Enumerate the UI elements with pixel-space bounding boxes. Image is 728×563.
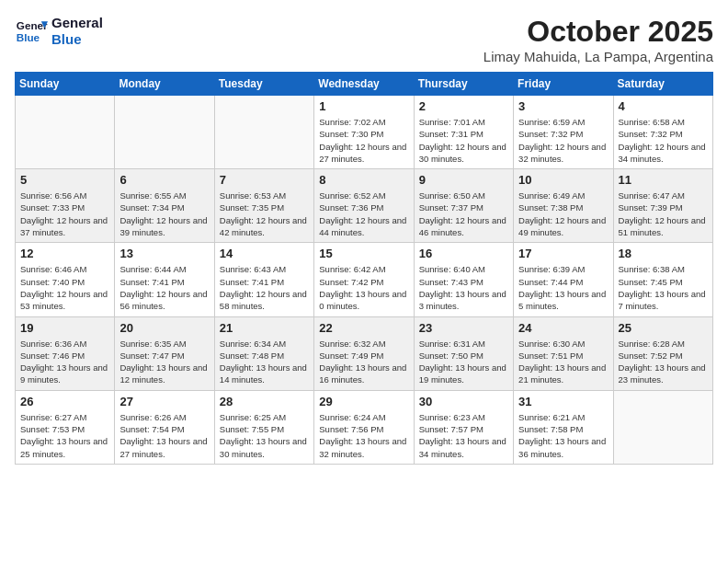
- day-info: Sunrise: 6:43 AMSunset: 7:41 PMDaylight:…: [220, 263, 309, 312]
- day-info: Sunrise: 6:56 AMSunset: 7:33 PMDaylight:…: [20, 190, 109, 238]
- day-info: Sunrise: 6:24 AMSunset: 7:56 PMDaylight:…: [319, 411, 408, 460]
- day-info: Sunrise: 6:32 AMSunset: 7:49 PMDaylight:…: [319, 338, 408, 386]
- day-number: 29: [319, 395, 408, 408]
- day-info: Sunrise: 6:39 AMSunset: 7:44 PMDaylight:…: [518, 263, 608, 312]
- weekday-header-friday: Friday: [514, 73, 613, 96]
- calendar-cell: 31Sunrise: 6:21 AMSunset: 7:58 PMDayligh…: [514, 390, 613, 464]
- day-info: Sunrise: 6:55 AMSunset: 7:34 PMDaylight:…: [119, 190, 209, 238]
- day-number: 12: [20, 247, 109, 260]
- calendar-cell: [115, 96, 214, 169]
- calendar-cell: 7Sunrise: 6:53 AMSunset: 7:35 PMDaylight…: [214, 169, 313, 243]
- calendar-cell: 15Sunrise: 6:42 AMSunset: 7:42 PMDayligh…: [314, 243, 414, 316]
- calendar-cell: 22Sunrise: 6:32 AMSunset: 7:49 PMDayligh…: [314, 316, 414, 390]
- day-number: 16: [419, 247, 508, 260]
- weekday-header-tuesday: Tuesday: [214, 73, 313, 96]
- weekday-header-thursday: Thursday: [414, 73, 513, 96]
- calendar-cell: 5Sunrise: 6:56 AMSunset: 7:33 PMDaylight…: [16, 169, 115, 243]
- day-info: Sunrise: 6:35 AMSunset: 7:47 PMDaylight:…: [119, 338, 209, 386]
- calendar-cell: 18Sunrise: 6:38 AMSunset: 7:45 PMDayligh…: [613, 243, 712, 316]
- calendar-cell: 28Sunrise: 6:25 AMSunset: 7:55 PMDayligh…: [214, 390, 313, 464]
- page-header: General Blue General Blue October 2025 L…: [15, 15, 713, 64]
- day-number: 8: [319, 173, 408, 187]
- day-info: Sunrise: 6:46 AMSunset: 7:40 PMDaylight:…: [20, 263, 109, 312]
- day-number: 22: [319, 321, 408, 335]
- calendar-cell: 2Sunrise: 7:01 AMSunset: 7:31 PMDaylight…: [414, 96, 513, 169]
- calendar-cell: 19Sunrise: 6:36 AMSunset: 7:46 PMDayligh…: [16, 316, 115, 390]
- day-number: 1: [319, 99, 408, 113]
- day-number: 15: [319, 247, 408, 260]
- calendar-cell: 23Sunrise: 6:31 AMSunset: 7:50 PMDayligh…: [414, 316, 513, 390]
- calendar-cell: 6Sunrise: 6:55 AMSunset: 7:34 PMDaylight…: [115, 169, 214, 243]
- calendar-week-2: 5Sunrise: 6:56 AMSunset: 7:33 PMDaylight…: [16, 169, 713, 243]
- calendar-cell: [613, 390, 712, 464]
- day-number: 10: [518, 173, 608, 187]
- day-number: 14: [220, 247, 309, 260]
- day-number: 11: [619, 173, 708, 187]
- calendar-cell: 16Sunrise: 6:40 AMSunset: 7:43 PMDayligh…: [414, 243, 513, 316]
- day-number: 5: [20, 173, 109, 187]
- logo: General Blue General Blue: [15, 15, 103, 48]
- calendar-cell: 11Sunrise: 6:47 AMSunset: 7:39 PMDayligh…: [613, 169, 712, 243]
- day-number: 31: [518, 395, 608, 408]
- day-number: 9: [419, 173, 508, 187]
- svg-text:Blue: Blue: [17, 31, 40, 43]
- day-number: 26: [20, 395, 109, 408]
- day-number: 17: [518, 247, 608, 260]
- calendar-cell: 12Sunrise: 6:46 AMSunset: 7:40 PMDayligh…: [16, 243, 115, 316]
- day-number: 7: [220, 173, 309, 187]
- logo-text: General: [51, 15, 103, 31]
- day-info: Sunrise: 6:47 AMSunset: 7:39 PMDaylight:…: [619, 190, 708, 238]
- day-info: Sunrise: 6:40 AMSunset: 7:43 PMDaylight:…: [419, 263, 508, 312]
- day-info: Sunrise: 6:25 AMSunset: 7:55 PMDaylight:…: [220, 411, 309, 460]
- day-info: Sunrise: 6:44 AMSunset: 7:41 PMDaylight:…: [119, 263, 209, 312]
- day-info: Sunrise: 6:27 AMSunset: 7:53 PMDaylight:…: [20, 411, 109, 460]
- calendar-table: SundayMondayTuesdayWednesdayThursdayFrid…: [15, 72, 713, 465]
- calendar-cell: 25Sunrise: 6:28 AMSunset: 7:52 PMDayligh…: [613, 316, 712, 390]
- day-info: Sunrise: 6:58 AMSunset: 7:32 PMDaylight:…: [619, 116, 708, 165]
- weekday-header-monday: Monday: [115, 73, 214, 96]
- weekday-header-saturday: Saturday: [613, 73, 712, 96]
- day-info: Sunrise: 6:31 AMSunset: 7:50 PMDaylight:…: [419, 338, 508, 386]
- calendar-cell: 13Sunrise: 6:44 AMSunset: 7:41 PMDayligh…: [115, 243, 214, 316]
- weekday-header-sunday: Sunday: [16, 73, 115, 96]
- day-info: Sunrise: 6:38 AMSunset: 7:45 PMDaylight:…: [619, 263, 708, 312]
- day-info: Sunrise: 6:59 AMSunset: 7:32 PMDaylight:…: [518, 116, 608, 165]
- day-info: Sunrise: 6:50 AMSunset: 7:37 PMDaylight:…: [419, 190, 508, 238]
- month-title: October 2025: [483, 15, 713, 49]
- calendar-cell: 10Sunrise: 6:49 AMSunset: 7:38 PMDayligh…: [514, 169, 613, 243]
- day-number: 20: [119, 321, 209, 335]
- day-info: Sunrise: 7:01 AMSunset: 7:31 PMDaylight:…: [419, 116, 508, 165]
- calendar-cell: 30Sunrise: 6:23 AMSunset: 7:57 PMDayligh…: [414, 390, 513, 464]
- calendar-week-5: 26Sunrise: 6:27 AMSunset: 7:53 PMDayligh…: [16, 390, 713, 464]
- calendar-cell: 17Sunrise: 6:39 AMSunset: 7:44 PMDayligh…: [514, 243, 613, 316]
- calendar-cell: 24Sunrise: 6:30 AMSunset: 7:51 PMDayligh…: [514, 316, 613, 390]
- logo-blue: Blue: [51, 31, 103, 48]
- day-info: Sunrise: 6:28 AMSunset: 7:52 PMDaylight:…: [619, 338, 708, 386]
- day-number: 25: [619, 321, 708, 335]
- day-info: Sunrise: 6:34 AMSunset: 7:48 PMDaylight:…: [220, 338, 309, 386]
- day-info: Sunrise: 6:26 AMSunset: 7:54 PMDaylight:…: [119, 411, 209, 460]
- day-info: Sunrise: 6:42 AMSunset: 7:42 PMDaylight:…: [319, 263, 408, 312]
- calendar-week-3: 12Sunrise: 6:46 AMSunset: 7:40 PMDayligh…: [16, 243, 713, 316]
- day-number: 19: [20, 321, 109, 335]
- svg-text:General: General: [17, 19, 48, 31]
- calendar-cell: 8Sunrise: 6:52 AMSunset: 7:36 PMDaylight…: [314, 169, 414, 243]
- calendar-cell: 21Sunrise: 6:34 AMSunset: 7:48 PMDayligh…: [214, 316, 313, 390]
- day-number: 13: [119, 247, 209, 260]
- calendar-cell: 20Sunrise: 6:35 AMSunset: 7:47 PMDayligh…: [115, 316, 214, 390]
- day-number: 21: [220, 321, 309, 335]
- calendar-cell: [16, 96, 115, 169]
- day-number: 3: [518, 99, 608, 113]
- day-number: 30: [419, 395, 508, 408]
- calendar-cell: 3Sunrise: 6:59 AMSunset: 7:32 PMDaylight…: [514, 96, 613, 169]
- day-number: 28: [220, 395, 309, 408]
- calendar-week-4: 19Sunrise: 6:36 AMSunset: 7:46 PMDayligh…: [16, 316, 713, 390]
- calendar-cell: 1Sunrise: 7:02 AMSunset: 7:30 PMDaylight…: [314, 96, 414, 169]
- logo-icon: General Blue: [15, 15, 48, 48]
- day-info: Sunrise: 6:52 AMSunset: 7:36 PMDaylight:…: [319, 190, 408, 238]
- weekday-header-row: SundayMondayTuesdayWednesdayThursdayFrid…: [16, 73, 713, 96]
- day-info: Sunrise: 6:23 AMSunset: 7:57 PMDaylight:…: [419, 411, 508, 460]
- calendar-week-1: 1Sunrise: 7:02 AMSunset: 7:30 PMDaylight…: [16, 96, 713, 169]
- calendar-cell: 29Sunrise: 6:24 AMSunset: 7:56 PMDayligh…: [314, 390, 414, 464]
- title-block: October 2025 Limay Mahuida, La Pampa, Ar…: [483, 15, 713, 64]
